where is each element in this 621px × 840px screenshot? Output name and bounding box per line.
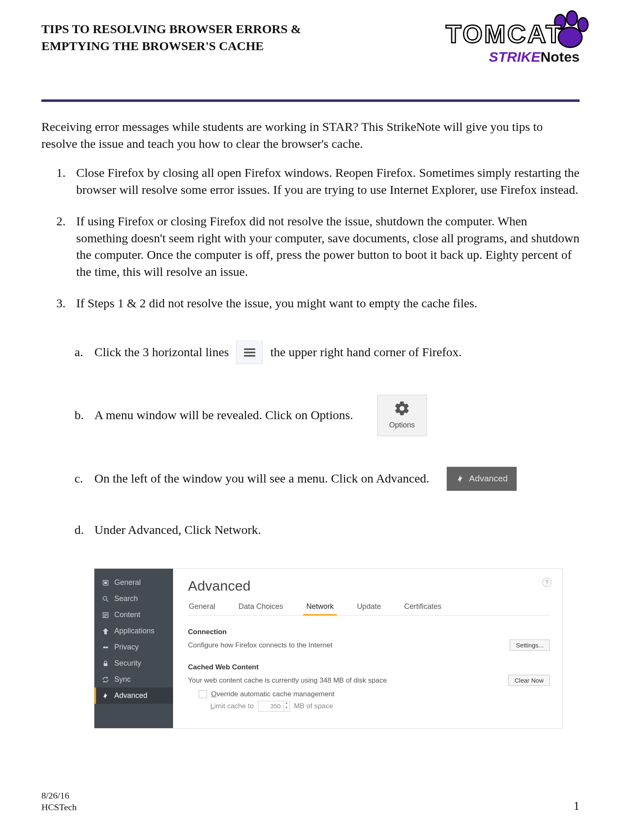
- substep-a: Click the 3 horizontal lines the upper r…: [94, 341, 580, 364]
- sidebar-item-label: Privacy: [114, 643, 139, 652]
- advanced-tabs: General Data Choices Network Update Cert…: [188, 600, 550, 616]
- limit-cache-label: Limit cache to: [210, 702, 254, 710]
- sidebar-item-label: Sync: [114, 675, 131, 684]
- limit-cache-unit: MB of space: [294, 702, 333, 710]
- intro-paragraph: Receiving error messages while students …: [41, 118, 580, 152]
- substep-c: On the left of the window you will see a…: [94, 467, 580, 491]
- substep-d: Under Advanced, Click Network.: [94, 521, 580, 538]
- security-icon: [102, 660, 109, 667]
- logo-word-strike: STRIKE: [489, 49, 541, 65]
- logo-word-notes: Notes: [541, 49, 580, 65]
- sidebar-item-search[interactable]: Search: [94, 591, 173, 607]
- svg-point-12: [103, 646, 106, 648]
- applications-icon: [102, 628, 109, 635]
- sidebar-item-label: Applications: [114, 627, 154, 635]
- gear-icon: [394, 400, 410, 417]
- logo-word-tomcat: TOMCAT: [431, 19, 563, 48]
- override-cache-label: Override automatic cache management: [211, 690, 335, 698]
- tab-certificates[interactable]: Certificates: [403, 600, 442, 615]
- substep-c-text: On the left of the window you will see a…: [94, 470, 429, 487]
- step-2: If using Firefox or closing Firefox did …: [76, 213, 580, 280]
- options-button[interactable]: Options: [377, 395, 427, 436]
- limit-cache-spinbox[interactable]: 350 ▲▼: [258, 701, 290, 712]
- sidebar-item-applications[interactable]: Applications: [94, 623, 173, 639]
- firefox-options-panel: General Search Content Applications Priv…: [94, 569, 562, 728]
- clear-now-button[interactable]: Clear Now: [508, 675, 550, 686]
- page-number: 1: [573, 799, 580, 813]
- settings-button[interactable]: Settings...: [510, 640, 550, 651]
- svg-point-1: [566, 11, 577, 25]
- document-title: TIPS TO RESOLVING BROWSER ERRORS & EMPTY…: [41, 21, 301, 54]
- connection-heading: Connection: [188, 628, 550, 636]
- options-button-label: Options: [389, 420, 415, 430]
- sidebar-item-label: Security: [114, 659, 141, 668]
- svg-point-2: [578, 18, 588, 31]
- sidebar-item-label: Search: [114, 594, 138, 603]
- advanced-sidebar-chip[interactable]: Advanced: [447, 467, 517, 491]
- tab-general[interactable]: General: [188, 600, 216, 615]
- limit-cache-value: 350: [258, 701, 283, 711]
- substep-b-text: A menu window will be revealed. Click on…: [94, 407, 353, 424]
- panel-title: Advanced: [188, 578, 550, 594]
- help-icon[interactable]: ?: [542, 578, 551, 587]
- sidebar-item-content[interactable]: Content: [94, 607, 173, 623]
- sidebar-item-security[interactable]: Security: [94, 655, 173, 671]
- title-line-1: TIPS TO RESOLVING BROWSER ERRORS &: [41, 22, 301, 36]
- sidebar-item-label: Advanced: [114, 691, 147, 700]
- content-icon: [102, 611, 109, 619]
- tab-data-choices[interactable]: Data Choices: [238, 600, 284, 615]
- svg-rect-5: [104, 582, 107, 584]
- cache-size-description: Your web content cache is currently usin…: [188, 676, 387, 685]
- override-cache-checkbox[interactable]: [199, 690, 207, 698]
- title-line-2: EMPTYING THE BROWSER'S CACHE: [41, 39, 264, 53]
- spin-down-icon[interactable]: ▼: [284, 706, 289, 711]
- sidebar-item-label: General: [114, 578, 141, 587]
- hamburger-icon[interactable]: [236, 341, 263, 364]
- sidebar-item-advanced[interactable]: Advanced: [94, 688, 173, 704]
- footer-author: HCSTech: [41, 801, 77, 813]
- footer-date: 8/26/16: [41, 790, 77, 801]
- sidebar-item-general[interactable]: General: [94, 574, 173, 591]
- sidebar-item-privacy[interactable]: Privacy: [94, 639, 173, 655]
- step-1: Close Firefox by closing all open Firefo…: [76, 164, 580, 198]
- advanced-icon: [456, 474, 465, 483]
- advanced-icon: [102, 692, 109, 700]
- general-icon: [102, 579, 109, 587]
- substep-a-text-before: Click the 3 horizontal lines: [94, 344, 229, 361]
- substep-a-text-after: the upper right hand corner of Firefox.: [270, 344, 462, 361]
- tab-update[interactable]: Update: [356, 600, 382, 615]
- sidebar-item-label: Content: [114, 611, 140, 619]
- header-separator: [41, 99, 580, 102]
- svg-line-7: [106, 600, 108, 602]
- sidebar-item-sync[interactable]: Sync: [94, 671, 173, 688]
- override-cache-checkbox-row[interactable]: Override automatic cache management: [199, 690, 550, 698]
- search-icon: [102, 595, 109, 603]
- firefox-options-sidebar: General Search Content Applications Priv…: [94, 569, 173, 728]
- tomcat-strikenotes-logo: TOMCAT STRIKENotes: [431, 17, 580, 75]
- svg-point-6: [103, 596, 107, 600]
- privacy-icon: [102, 644, 109, 651]
- substep-b: A menu window will be revealed. Click on…: [94, 395, 580, 436]
- sync-icon: [102, 676, 109, 683]
- tab-network[interactable]: Network: [306, 600, 335, 615]
- firefox-options-main: ? Advanced General Data Choices Network …: [173, 569, 562, 728]
- svg-rect-14: [104, 663, 108, 666]
- step-3: If Steps 1 & 2 did not resolve the issue…: [76, 295, 580, 312]
- connection-description: Configure how Firefox connects to the In…: [188, 641, 332, 649]
- logo-word-strikenotes: STRIKENotes: [431, 49, 580, 65]
- cached-web-content-heading: Cached Web Content: [188, 663, 550, 671]
- substep-d-text: Under Advanced, Click Network.: [94, 521, 261, 538]
- advanced-sidebar-chip-label: Advanced: [469, 473, 508, 484]
- page-footer: 8/26/16 HCSTech 1: [41, 790, 580, 813]
- svg-point-13: [106, 646, 108, 648]
